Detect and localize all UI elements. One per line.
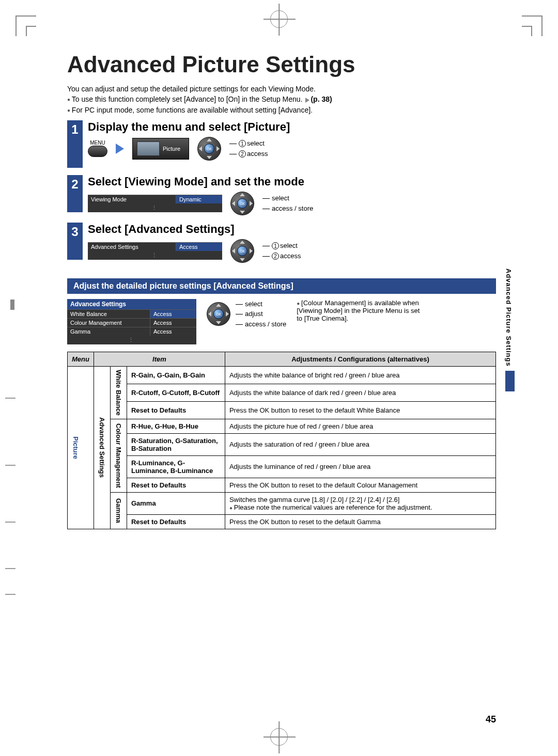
subsection-title: Adjust the detailed picture settings [Ad… [67, 278, 496, 294]
table-item: R-Luminance, G-Luminance, B-Luminance [127, 455, 225, 478]
table-group-colour-management: Colour Management [115, 423, 122, 488]
table-group-gamma: Gamma [115, 498, 122, 523]
page-number: 45 [486, 714, 496, 725]
table-desc: Adjusts the white balance of dark red / … [225, 384, 495, 401]
table-item: Gamma [127, 492, 225, 514]
table-item: R-Gain, G-Gain, B-Gain [127, 366, 225, 384]
intro-text: You can adjust and setup the detailed pi… [67, 84, 496, 115]
step-number-3: 3 [67, 223, 83, 260]
dpad-legend: select access / store [262, 193, 313, 213]
settings-table: Menu Item Adjustments / Configurations (… [67, 352, 496, 529]
table-menu-picture: Picture [72, 436, 80, 459]
step-2: 2 Select [Viewing Mode] and set the mode… [67, 175, 496, 215]
step-1-title: Display the menu and select [Picture] [88, 120, 496, 134]
arrow-right-icon [116, 144, 124, 154]
table-item: R-Hue, G-Hue, B-Hue [127, 419, 225, 433]
colour-management-note: [Colour Management] is available when [V… [297, 299, 421, 322]
table-submenu-advanced: Advanced Settings [98, 417, 106, 478]
side-tab-block [505, 371, 515, 391]
page-title: Advanced Picture Settings [67, 52, 496, 77]
table-desc: Adjusts the saturation of red / green / … [225, 433, 495, 455]
menu-button-icon [88, 146, 107, 157]
dpad-legend: 1select 2access [262, 241, 301, 261]
step-number-1: 1 [67, 120, 83, 168]
osd-advanced-settings-row: Advanced SettingsAccess ⋮ [88, 242, 222, 260]
osd-picture-tile: Picture [132, 138, 189, 160]
dpad-icon: OK [197, 137, 221, 161]
dpad-legend: select adjust access / store [236, 299, 286, 329]
step-2-title: Select [Viewing Mode] and set the mode [88, 175, 496, 188]
advanced-settings-overview: Advanced Settings White BalanceAccess Co… [67, 299, 496, 344]
table-item: Reset to Defaults [127, 514, 225, 529]
osd-viewing-mode-menu: Viewing ModeDynamic ⋮ [88, 195, 222, 212]
step-number-2: 2 [67, 175, 83, 212]
step-3: 3 Select [Advanced Settings] Advanced Se… [67, 223, 496, 263]
table-desc: Press the OK button to reset to the defa… [225, 514, 495, 529]
table-group-white-balance: White Balance [115, 370, 122, 416]
menu-button-label: MENU [90, 140, 105, 146]
step-3-title: Select [Advanced Settings] [88, 223, 496, 236]
table-desc: Adjusts the luminance of red / green / b… [225, 455, 495, 478]
table-desc: Press the OK button to reset to the defa… [225, 401, 495, 419]
table-desc: Adjusts the picture hue of red / green /… [225, 419, 495, 433]
table-desc: Press the OK button to reset to the defa… [225, 478, 495, 492]
table-desc: Adjusts the white balance of bright red … [225, 366, 495, 384]
picture-thumbnail-icon [137, 141, 160, 156]
osd-advanced-settings-menu: Advanced Settings White BalanceAccess Co… [67, 299, 196, 344]
table-item: Reset to Defaults [127, 478, 225, 492]
dpad-icon: OK [230, 239, 254, 263]
table-item: Reset to Defaults [127, 401, 225, 419]
arrow-right-icon [305, 98, 309, 103]
side-tab-label: Advanced Picture Settings [505, 269, 513, 367]
table-item: R-Cutoff, G-Cutoff, B-Cutoff [127, 384, 225, 401]
dpad-icon: OK [207, 302, 230, 326]
table-desc: Switches the gamma curve [1.8] / [2.0] /… [225, 492, 495, 514]
table-item: R-Saturation, G-Saturation, B-Saturation [127, 433, 225, 455]
step-1: 1 Display the menu and select [Picture] … [67, 120, 496, 168]
dpad-legend: 1select 2access [229, 138, 268, 159]
dpad-icon: OK [230, 192, 254, 215]
